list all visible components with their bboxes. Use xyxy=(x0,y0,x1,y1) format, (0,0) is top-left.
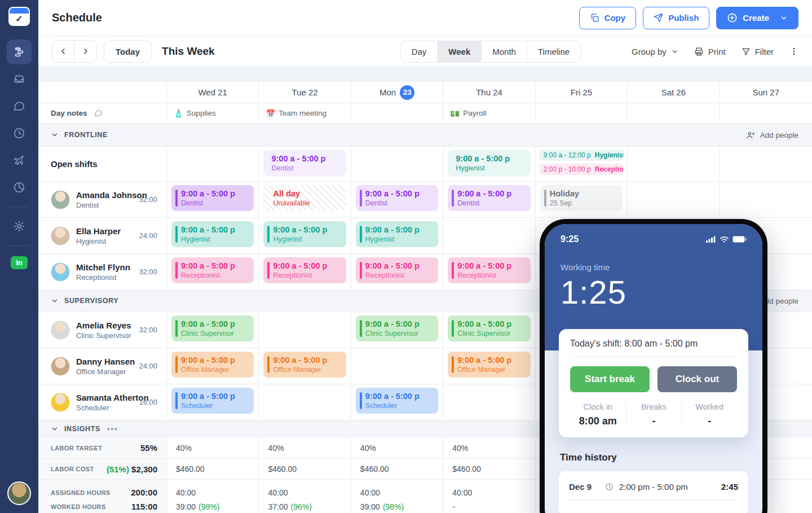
sidebar-item-schedule[interactable] xyxy=(7,40,32,64)
tab-day[interactable]: Day xyxy=(401,41,438,62)
shift-chip[interactable]: 9:00 a - 5:00 pOffice Manager xyxy=(171,352,254,378)
day-header-tue-22[interactable]: Tue 22 xyxy=(259,82,351,103)
day-note-cell[interactable] xyxy=(720,103,812,123)
schedule-cell[interactable]: 9:00 a - 5:00 pScheduler xyxy=(167,384,259,420)
shift-chip[interactable]: 9:00 a - 5:00 pHygienist xyxy=(263,221,346,247)
schedule-cell[interactable]: 9:00 a - 5:00 pOffice Manager xyxy=(259,348,351,384)
schedule-cell[interactable]: 9:00 a - 5:00 pScheduler xyxy=(351,384,443,420)
sidebar-item-time-clock[interactable] xyxy=(7,121,32,146)
start-break-button[interactable]: Start break xyxy=(570,366,650,392)
employee-cell[interactable]: Danny HansenOffice Manager24:00 xyxy=(38,348,167,384)
day-note-cell[interactable]: 🧴Supplies xyxy=(167,103,259,123)
employee-cell[interactable]: Amelia ReyesClinic Supervisor32:00 xyxy=(38,312,167,348)
day-note-cell[interactable] xyxy=(536,103,628,123)
schedule-cell[interactable]: Holiday25 Sep xyxy=(536,182,628,217)
schedule-cell[interactable]: 9:00 a - 5:00 pHygienist xyxy=(167,218,259,253)
schedule-cell[interactable]: 9:00 a - 5:00 pReceptionist xyxy=(167,254,259,290)
copy-button[interactable]: Copy xyxy=(579,7,637,29)
open-shift-chip[interactable]: 9:00 a - 5:00 pHygienist xyxy=(448,150,530,176)
schedule-cell[interactable] xyxy=(259,312,351,348)
group-by-control[interactable]: Group by xyxy=(632,47,678,56)
sidebar-item-time-off[interactable] xyxy=(7,148,32,173)
shift-chip[interactable]: 9:00 a - 5:00 pDentist xyxy=(356,185,438,211)
schedule-cell[interactable]: 9:00 a - 5:00 pOffice Manager xyxy=(443,348,535,384)
create-button[interactable]: Create xyxy=(716,7,798,29)
print-button[interactable]: Print xyxy=(694,47,726,56)
shift-chip[interactable]: 9:00 a - 5:00 pClinic Supervisor xyxy=(448,315,530,341)
employee-cell[interactable]: Ella HarperHygienist24:00 xyxy=(38,218,167,253)
sidebar-item-reports[interactable] xyxy=(7,175,32,200)
clocked-in-status-badge[interactable]: In xyxy=(11,256,28,269)
time-history-row[interactable]: Dec 92:00 pm - 5:00 pm2:45 xyxy=(569,472,738,501)
open-shift-chip[interactable]: 9:00 a - 5:00 pDentist xyxy=(263,150,346,176)
open-shift-mini-chip[interactable]: 9:00 a - 12:00 pHygienist xyxy=(539,150,624,161)
current-user-avatar[interactable] xyxy=(7,481,31,505)
shift-chip[interactable]: 9:00 a - 5:00 pClinic Supervisor xyxy=(171,315,254,341)
schedule-cell[interactable]: 9:00 a - 5:00 pClinic Supervisor xyxy=(443,312,535,348)
schedule-cell[interactable]: 9:00 a - 5:00 pClinic Supervisor xyxy=(167,312,259,348)
shift-chip[interactable]: 9:00 a - 5:00 pClinic Supervisor xyxy=(356,315,438,341)
open-shift-mini-chip[interactable]: 2:00 p - 10:00 pReceptio... xyxy=(539,164,624,175)
schedule-cell[interactable] xyxy=(443,218,535,253)
schedule-cell[interactable]: 9:00 a - 5:00 pOffice Manager xyxy=(167,348,259,384)
shift-chip[interactable]: 9:00 a - 5:00 pDentist xyxy=(171,185,254,211)
prev-week-button[interactable] xyxy=(52,41,74,62)
schedule-cell[interactable] xyxy=(351,147,443,181)
schedule-cell[interactable]: 9:00 a - 5:00 pDentist xyxy=(443,182,535,217)
schedule-cell[interactable]: 9:00 a - 12:00 pHygienist2:00 p - 10:00 … xyxy=(536,147,628,181)
schedule-cell[interactable]: 9:00 a - 5:00 pDentist xyxy=(259,147,351,181)
tab-timeline[interactable]: Timeline xyxy=(527,41,580,62)
shift-chip[interactable]: 9:00 a - 5:00 pOffice Manager xyxy=(448,352,530,378)
shift-chip[interactable]: 9:00 a - 5:00 pScheduler xyxy=(171,388,254,414)
section-more-button[interactable]: ••• xyxy=(107,424,118,433)
publish-button[interactable]: Publish xyxy=(643,7,709,29)
schedule-cell[interactable] xyxy=(443,384,535,420)
day-note-cell[interactable] xyxy=(351,103,443,123)
app-logo[interactable]: ✓ xyxy=(8,7,30,26)
schedule-cell[interactable] xyxy=(628,182,720,217)
sidebar-item-inbox[interactable] xyxy=(7,67,32,91)
schedule-cell[interactable]: 9:00 a - 5:00 pClinic Supervisor xyxy=(351,312,443,348)
chevron-down-icon[interactable] xyxy=(51,425,59,433)
schedule-cell[interactable] xyxy=(167,147,259,181)
shift-chip[interactable]: 9:00 a - 5:00 pReceptionist xyxy=(171,257,254,283)
shift-chip[interactable]: 9:00 a - 5:00 pScheduler xyxy=(356,388,438,414)
holiday-chip[interactable]: Holiday25 Sep xyxy=(540,185,623,211)
add-people-button[interactable]: Add people xyxy=(746,130,798,140)
shift-chip[interactable]: 9:00 a - 5:00 pDentist xyxy=(448,185,530,211)
sidebar-item-settings[interactable] xyxy=(7,214,32,239)
schedule-cell[interactable] xyxy=(259,384,351,420)
chevron-down-icon[interactable] xyxy=(51,131,59,139)
schedule-cell[interactable]: 9:00 a - 5:00 pReceptionist xyxy=(259,254,351,290)
day-header-wed-21[interactable]: Wed 21 xyxy=(167,82,259,103)
sidebar-item-messages[interactable] xyxy=(7,94,32,119)
employee-cell[interactable]: Samanta AthertonScheduler16:00 xyxy=(38,384,167,420)
tab-week[interactable]: Week xyxy=(438,41,482,62)
day-note-cell[interactable]: 📅Team meeting xyxy=(259,103,351,123)
clock-out-button[interactable]: Clock out xyxy=(657,366,737,392)
shift-chip[interactable]: 9:00 a - 5:00 pReceptionist xyxy=(356,257,438,283)
day-header-mon[interactable]: Mon23 xyxy=(351,82,443,103)
day-header-fri-25[interactable]: Fri 25 xyxy=(536,82,628,103)
day-header-sun-27[interactable]: Sun 27 xyxy=(720,82,812,103)
next-week-button[interactable] xyxy=(74,41,96,62)
schedule-cell[interactable] xyxy=(628,147,720,181)
day-note-cell[interactable] xyxy=(628,103,720,123)
create-dropdown-toggle[interactable] xyxy=(780,14,788,22)
shift-chip[interactable]: 9:00 a - 5:00 pHygienist xyxy=(171,221,254,247)
employee-cell[interactable]: Mitchel FlynnReceptionist32:00 xyxy=(38,254,167,290)
tab-month[interactable]: Month xyxy=(482,41,527,62)
today-button[interactable]: Today xyxy=(104,40,152,63)
employee-cell[interactable]: Amanda JohnsonDentist32:00 xyxy=(38,182,167,217)
schedule-cell[interactable] xyxy=(351,348,443,384)
day-header-thu-24[interactable]: Thu 24 xyxy=(443,82,535,103)
schedule-cell[interactable]: 9:00 a - 5:00 pReceptionist xyxy=(443,254,535,290)
schedule-cell[interactable] xyxy=(720,182,812,217)
shift-chip[interactable]: 9:00 a - 5:00 pOffice Manager xyxy=(263,352,346,378)
schedule-cell[interactable] xyxy=(720,147,812,181)
day-note-cell[interactable]: 💵Payroll xyxy=(443,103,535,123)
schedule-cell[interactable]: 9:00 a - 5:00 pHygienist xyxy=(259,218,351,253)
unavailable-chip[interactable]: All dayUnavailable xyxy=(263,185,346,211)
schedule-cell[interactable]: 9:00 a - 5:00 pHygienist xyxy=(351,218,443,253)
schedule-cell[interactable]: 9:00 a - 5:00 pDentist xyxy=(351,182,443,217)
